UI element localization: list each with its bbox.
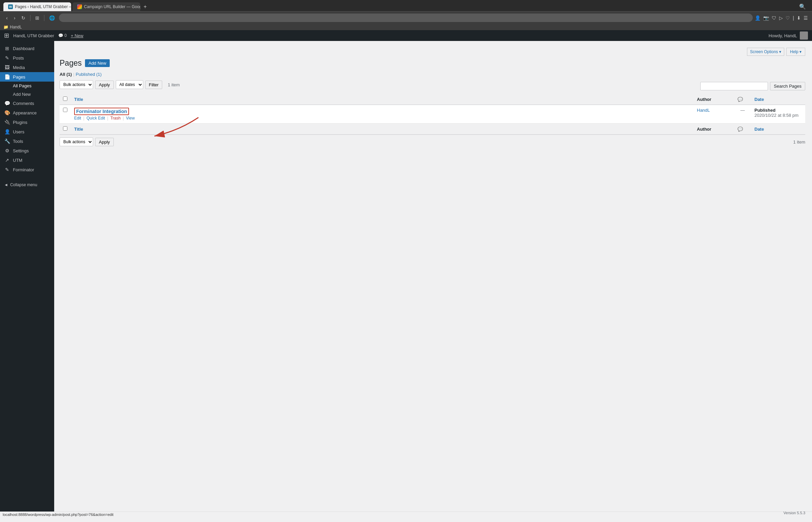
browser-tab-1[interactable]: W Pages ‹ HandL UTM Grabber —	[3, 2, 71, 11]
top-dates-select[interactable]: All dates	[116, 80, 143, 89]
row-author-link[interactable]: HandL	[697, 108, 710, 113]
sidebar-subitem-add-new[interactable]: Add New	[0, 90, 54, 99]
browser-search-icon: 🔍	[796, 2, 809, 11]
row-action-edit[interactable]: Edit	[74, 116, 81, 121]
bottom-apply-button[interactable]: Apply	[95, 138, 114, 146]
sidebar-item-media[interactable]: 🖼 Media	[0, 63, 54, 72]
menu-icon[interactable]: ☰	[804, 15, 808, 21]
wp-new-link[interactable]: + New	[71, 33, 83, 38]
pages-table: Title Author 💬 Date	[60, 94, 805, 135]
row-title-cell: Forminator Integration Edit | Quick Edit…	[71, 105, 693, 124]
sidebar-label-tools: Tools	[13, 139, 23, 144]
media-icon: 🖼	[4, 65, 10, 70]
tab-2-label: Campaign URL Builder — Goog…	[84, 4, 140, 9]
pages-submenu: All Pages Add New	[0, 82, 54, 99]
wp-comments-bubble[interactable]: 💬 0	[58, 33, 67, 38]
row-date-cell: Published 2020/10/22 at 8:58 pm	[751, 105, 805, 124]
search-pages-input[interactable]	[700, 82, 768, 91]
howdy-text: Howdy, HandL	[769, 33, 797, 38]
pages-icon: 📄	[4, 74, 10, 80]
reload-button[interactable]: ↻	[19, 14, 27, 22]
select-all-footer-checkbox[interactable]	[63, 126, 67, 130]
foot-col-date: Date	[751, 124, 805, 135]
wp-content: Screen Options ▾ Help ▾ Pages Add New Al…	[54, 41, 812, 511]
folder-icon: 📁	[3, 25, 8, 29]
sidebar-item-appearance[interactable]: 🎨 Appearance	[0, 108, 54, 118]
help-button[interactable]: Help ▾	[786, 48, 805, 56]
col-header-title: Title	[71, 94, 693, 105]
forward-button[interactable]: ›	[12, 14, 18, 22]
collapse-arrow-icon: ◄	[4, 182, 8, 187]
sidebar-subitem-all-pages[interactable]: All Pages	[0, 82, 54, 90]
wp-version-text: Version 5.5.3	[784, 511, 805, 511]
row-action-quick-edit[interactable]: Quick Edit	[86, 116, 105, 121]
select-all-checkbox[interactable]	[63, 97, 67, 101]
date-sort-link[interactable]: Date	[754, 97, 764, 102]
heart-icon[interactable]: ♡	[786, 15, 790, 21]
shield-icon[interactable]: 🛡	[772, 15, 776, 21]
wp-admin-wrapper: ⊞ HandL UTM Grabber 💬 0 + New Howdy, Han…	[0, 30, 812, 511]
profile-icon[interactable]: 👤	[755, 15, 760, 21]
add-new-button[interactable]: Add New	[85, 59, 110, 67]
foot-date-sort-link[interactable]: Date	[754, 127, 764, 132]
tools-icon: 🔧	[4, 138, 10, 144]
collapse-menu-button[interactable]: ◄ Collapse menu	[0, 180, 54, 190]
browser-tab-2[interactable]: Campaign URL Builder — Goog…	[73, 2, 140, 11]
wp-logo[interactable]: ⊞	[4, 32, 9, 39]
sidebar-item-users[interactable]: 👤 Users	[0, 127, 54, 136]
wp-site-name[interactable]: HandL UTM Grabber	[13, 33, 54, 38]
settings-icon: ⚙	[4, 148, 10, 153]
back-button[interactable]: ‹	[4, 14, 10, 22]
bookmark-handl[interactable]: 📁 HandL	[3, 25, 22, 29]
sidebar-label-appearance: Appearance	[13, 111, 37, 116]
browser-tabs-bar: W Pages ‹ HandL UTM Grabber — Campaign U…	[0, 0, 812, 11]
row-date-value: 2020/10/22 at 8:58 pm	[754, 113, 798, 118]
search-pages-button[interactable]: Search Pages	[770, 82, 805, 91]
sidebar-item-forminator[interactable]: ✎ Forminator	[0, 165, 54, 174]
top-apply-button[interactable]: Apply	[95, 81, 114, 89]
row-author-cell: HandL	[693, 105, 734, 124]
sidebar-item-tools[interactable]: 🔧 Tools	[0, 136, 54, 146]
comments-icon: 💬	[4, 101, 10, 106]
col-header-author: Author	[693, 94, 734, 105]
bottom-bulk-select[interactable]: Bulk actions	[60, 137, 93, 146]
browser-toolbar: ‹ › ↻ ⊞ 🌐 http://localhost:8888/wordpres…	[0, 11, 812, 24]
globe-icon[interactable]: 🌐	[47, 14, 57, 22]
screen-options-button[interactable]: Screen Options ▾	[747, 48, 784, 56]
collapse-menu-label: Collapse menu	[10, 182, 37, 187]
top-item-count: 1 item	[167, 82, 179, 87]
row-checkbox[interactable]	[63, 108, 67, 112]
top-filter-button[interactable]: Filter	[145, 81, 162, 89]
sidebar-label-pages: Pages	[13, 75, 25, 80]
new-tab-button[interactable]: +	[141, 3, 148, 11]
user-avatar[interactable]	[800, 32, 808, 40]
url-bar[interactable]: http://localhost:8888/wordpress/wp-admin…	[59, 14, 753, 22]
download-icon[interactable]: ⬇	[797, 15, 801, 21]
filter-all-link[interactable]: All (1)	[60, 72, 72, 77]
table-row: Forminator Integration Edit | Quick Edit…	[60, 105, 805, 124]
sidebar-item-plugins[interactable]: 🔌 Plugins	[0, 118, 54, 127]
row-action-trash[interactable]: Trash	[111, 116, 121, 121]
title-sort-link[interactable]: Title	[74, 97, 83, 102]
favicon-wp: W	[8, 4, 13, 9]
page-row-title: Forminator Integration	[74, 108, 690, 115]
foot-title-sort-link[interactable]: Title	[74, 127, 83, 132]
sidebar-label-dashboard: Dashboard	[13, 46, 35, 51]
row-action-view[interactable]: View	[126, 116, 135, 121]
sidebar-item-settings[interactable]: ⚙ Settings	[0, 146, 54, 155]
apps-button[interactable]: ⊞	[33, 14, 41, 22]
sidebar-label-comments: Comments	[13, 101, 34, 106]
sidebar-item-pages[interactable]: 📄 Pages	[0, 72, 54, 82]
page-title-link[interactable]: Forminator Integration	[76, 109, 127, 114]
sidebar-item-posts[interactable]: ✎ Posts	[0, 53, 54, 63]
top-bulk-select[interactable]: Bulk actions	[60, 80, 93, 89]
sidebar-item-comments[interactable]: 💬 Comments	[0, 99, 54, 108]
sidebar-item-utm[interactable]: ↗ UTM	[0, 155, 54, 165]
filter-published-link[interactable]: Published (1)	[76, 72, 102, 77]
search-area: Search Pages	[700, 82, 805, 91]
camera-icon[interactable]: 📷	[763, 15, 769, 21]
cast-icon[interactable]: ▷	[779, 15, 783, 21]
row-comments-icon: —	[740, 108, 745, 113]
filter-links: All (1) | Published (1)	[60, 72, 805, 77]
sidebar-item-dashboard[interactable]: ⊞ Dashboard	[0, 44, 54, 53]
